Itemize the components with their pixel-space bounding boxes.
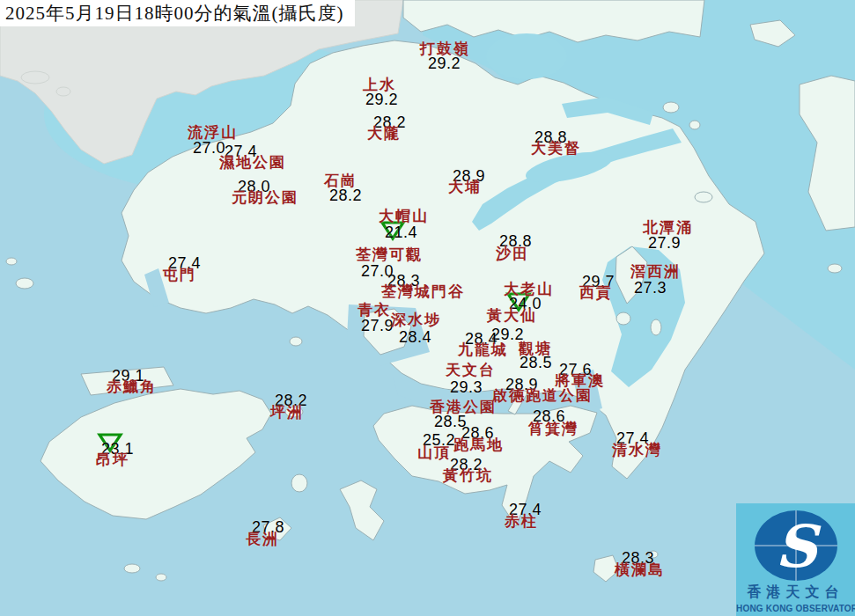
svg-text:S: S	[775, 512, 822, 581]
logo-name-english: HONG KONG OBSERVATORY	[736, 604, 855, 613]
station-label: 荃灣城門谷	[381, 284, 465, 299]
station-temp: 21.4	[385, 224, 417, 240]
station-label: 長洲	[246, 532, 279, 546]
station-label: 打鼓嶺	[420, 41, 470, 56]
station-temp: 27.9	[648, 235, 681, 251]
station-label: 流浮山	[188, 125, 238, 140]
station-label: 黃大仙	[487, 308, 537, 323]
station-label: 大老山	[504, 282, 554, 297]
station-label: 沙田	[496, 246, 529, 261]
station-temp: 28.4	[399, 329, 431, 345]
station-label: 屯門	[163, 268, 196, 282]
station-label: 坪洲	[270, 405, 304, 420]
station-label: 九龍城	[458, 342, 508, 357]
station-label: 橫瀾島	[615, 562, 665, 577]
station-label: 啟德跑道公園	[492, 388, 593, 403]
station-label: 大帽山	[379, 209, 429, 224]
station-label: 深水埗	[391, 312, 441, 327]
station-label: 將軍澳	[555, 373, 605, 388]
station-label: 青衣	[357, 303, 391, 318]
station-label: 大埔	[448, 180, 482, 194]
stations-layer: 29.2打鼓嶺29.2上水28.2大隴27.0流浮山27.4濕地公園28.0元朗…	[0, 0, 855, 616]
station-label: 赤柱	[505, 514, 538, 529]
logo-name-chinese: 香港天文台	[736, 583, 855, 602]
station-temp: 27.3	[634, 280, 667, 296]
station-temp: 29.2	[428, 55, 461, 71]
observatory-logo-icon: S	[752, 509, 840, 583]
station-label: 元朗公園	[232, 190, 299, 205]
station-label: 山頂	[417, 445, 451, 460]
station-label: 北潭涌	[643, 220, 693, 235]
station-temp: 27.9	[361, 318, 394, 334]
station-label: 上水	[363, 77, 396, 92]
station-label: 赤鱲角	[107, 379, 157, 394]
station-label: 昂坪	[96, 452, 129, 467]
hko-temperature-map-screen: 2025年5月19日18時00分的氣溫(攝氏度) 29.2打鼓嶺29.2上水28…	[0, 0, 855, 616]
station-label: 西貢	[579, 285, 613, 300]
hko-logo: S 香港天文台 HONG KONG OBSERVATORY	[736, 503, 855, 616]
station-label: 黃竹坑	[443, 468, 493, 483]
station-label: 跑馬地	[453, 437, 504, 452]
station-label: 大美督	[531, 141, 581, 156]
station-label: 石崗	[324, 173, 357, 188]
station-label: 滘西洲	[630, 264, 681, 279]
station-label: 濕地公園	[219, 155, 286, 170]
station-label: 大隴	[367, 126, 401, 141]
station-label: 筲箕灣	[528, 422, 579, 436]
station-label: 香港公園	[430, 400, 497, 414]
station-label: 觀塘	[519, 341, 552, 356]
station-temp: 28.2	[329, 187, 362, 203]
station-label: 荃灣可觀	[356, 247, 423, 262]
station-label: 清水灣	[612, 443, 662, 458]
station-temp: 29.3	[450, 379, 483, 395]
station-label: 天文台	[446, 363, 496, 378]
station-temp: 29.2	[365, 92, 398, 107]
